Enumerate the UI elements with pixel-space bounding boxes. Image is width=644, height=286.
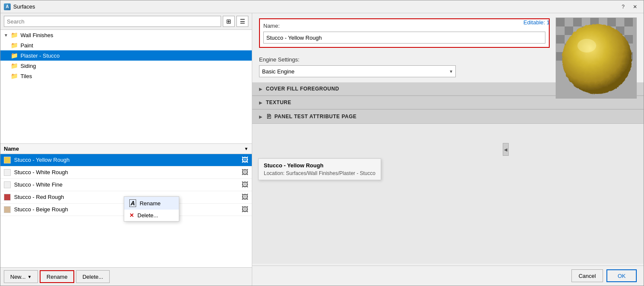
thumbnail-view-icon: ⊞ xyxy=(226,18,231,25)
delete-button[interactable]: Delete... xyxy=(76,270,109,283)
list-item-label-stucco-white-rough: Stucco - White Rough xyxy=(14,169,242,175)
surfaces-window: A Surfaces ? ✕ ⊞ ☰ ▼ xyxy=(0,0,644,286)
editable-badge: Editable: 1 xyxy=(524,19,550,26)
tree-item-plaster-stucco[interactable]: 📁 Plaster - Stucco xyxy=(0,50,252,61)
list-view-icon: ☰ xyxy=(240,18,245,25)
context-menu-delete[interactable]: ✕ Delete... xyxy=(124,210,179,221)
name-box: Name: xyxy=(259,18,550,48)
expand-arrow-wall-finishes: ▼ xyxy=(4,33,9,38)
panel-title-texture: TEXTURE xyxy=(266,99,291,105)
new-button-arrow: ▼ xyxy=(27,274,32,279)
left-panel: ⊞ ☰ ▼ 📁 Wall Finishes 📁 Paint 📁 xyxy=(0,13,252,286)
color-swatch-white-fine xyxy=(4,181,11,188)
list-item-stucco-white-rough[interactable]: Stucco - White Rough 🖼 xyxy=(0,166,252,179)
svg-rect-7 xyxy=(607,18,616,26)
list-sort-arrow: ▼ xyxy=(244,146,248,151)
list-view-button[interactable]: ☰ xyxy=(236,16,248,27)
tooltip-location-label: Location: xyxy=(264,170,285,176)
tooltip-location: Location: Surfaces/Wall Finishes/Plaster… xyxy=(264,170,376,176)
help-button[interactable]: ? xyxy=(618,3,628,11)
list-header: Name ▼ xyxy=(0,144,252,154)
list-item-stucco-white-fine[interactable]: Stucco - White Fine 🖼 xyxy=(0,179,252,191)
folder-icon-wall-finishes: 📁 xyxy=(11,32,18,38)
list-item-stucco-yellow-rough[interactable]: Stucco - Yellow Rough 🖼 xyxy=(0,154,252,166)
name-field-input[interactable] xyxy=(263,32,545,44)
tree-area: ▼ 📁 Wall Finishes 📁 Paint 📁 Plaster - St… xyxy=(0,30,252,144)
panel-collapse-arrow[interactable]: ◀ xyxy=(503,143,509,156)
name-field-label: Name: xyxy=(263,23,545,29)
preview-sphere-svg xyxy=(556,18,637,99)
window-title: Surfaces xyxy=(13,3,35,10)
folder-icon-plaster: 📁 xyxy=(11,52,18,59)
left-panel-footer: New... ▼ Rename Delete... xyxy=(0,267,252,286)
title-bar: A Surfaces ? ✕ xyxy=(0,0,644,13)
engine-select[interactable]: Basic Engine Advanced Engine xyxy=(259,65,456,77)
list-item-label-stucco-white-fine: Stucco - White Fine xyxy=(14,181,242,188)
rename-button[interactable]: Rename xyxy=(40,270,74,283)
context-menu-delete-label: Delete... xyxy=(137,212,158,219)
color-swatch-white-rough xyxy=(4,169,11,176)
search-input[interactable] xyxy=(4,16,221,27)
right-panel: Editable: 1 xyxy=(252,13,644,286)
title-bar-left: A Surfaces xyxy=(4,3,35,10)
context-menu-rename-label: Rename xyxy=(140,200,160,207)
context-menu: A Rename ✕ Delete... xyxy=(124,196,179,222)
surface-icon-beige: 🖼 xyxy=(242,206,248,213)
surface-icon-red: 🖼 xyxy=(242,193,248,201)
thumbnail-view-button[interactable]: ⊞ xyxy=(223,16,235,27)
tooltip-location-value: Surfaces/Wall Finishes/Plaster - Stucco xyxy=(286,170,376,176)
tree-item-wall-finishes[interactable]: ▼ 📁 Wall Finishes xyxy=(0,30,252,40)
list-item-label-stucco-yellow-rough: Stucco - Yellow Rough xyxy=(14,157,242,163)
sphere-body xyxy=(562,23,632,93)
folder-icon-paint: 📁 xyxy=(11,42,18,49)
tooltip-popup: Stucco - Yellow Rough Location: Surfaces… xyxy=(258,158,381,180)
preview-image xyxy=(556,18,637,99)
engine-settings-label: Engine Settings: xyxy=(259,56,550,63)
color-swatch-beige xyxy=(4,206,11,213)
color-swatch-red xyxy=(4,194,11,201)
dialog-footer: Cancel OK xyxy=(252,266,644,286)
tree-item-siding[interactable]: 📁 Siding xyxy=(0,61,252,71)
editable-label: Editable: xyxy=(524,19,545,26)
sphere-highlight xyxy=(577,39,596,53)
folder-icon-tiles: 📁 xyxy=(11,73,18,79)
main-content: ⊞ ☰ ▼ 📁 Wall Finishes 📁 Paint 📁 xyxy=(0,13,644,286)
engine-select-wrapper: Basic Engine Advanced Engine xyxy=(259,65,456,77)
svg-rect-3 xyxy=(573,18,582,26)
surface-icon-white-fine: 🖼 xyxy=(242,181,248,189)
tree-label-wall-finishes: Wall Finishes xyxy=(20,32,53,38)
tree-label-plaster: Plaster - Stucco xyxy=(20,53,60,59)
app-icon: A xyxy=(4,3,11,10)
new-button-label: New... xyxy=(10,274,26,280)
panel-title-cover-fill: COVER FILL FOREGROUND xyxy=(266,86,339,92)
tree-item-tiles[interactable]: 📁 Tiles xyxy=(0,71,252,81)
panel-arrow-test: ▶ xyxy=(259,114,262,119)
search-bar: ⊞ ☰ xyxy=(0,13,252,30)
new-button[interactable]: New... ▼ xyxy=(4,270,38,283)
tree-item-paint[interactable]: 📁 Paint xyxy=(0,40,252,50)
panel-icon-test: 🖹 xyxy=(266,113,272,120)
tree-label-siding: Siding xyxy=(20,63,36,69)
editable-value: 1 xyxy=(547,19,550,26)
ok-button[interactable]: OK xyxy=(606,269,637,282)
tooltip-title: Stucco - Yellow Rough xyxy=(264,162,376,169)
close-button[interactable]: ✕ xyxy=(630,3,640,11)
svg-rect-9 xyxy=(624,18,633,26)
tree-label-paint: Paint xyxy=(20,42,33,49)
delete-context-icon: ✕ xyxy=(129,212,134,219)
panel-arrow-texture: ▶ xyxy=(259,100,262,105)
svg-rect-10 xyxy=(556,35,565,44)
context-menu-rename[interactable]: A Rename xyxy=(124,197,179,210)
list-header-name-label: Name xyxy=(4,146,244,152)
panel-test-attribute[interactable]: ▶ 🖹 PANEL TEST ATTRIBUTE PAGE xyxy=(252,110,644,124)
cancel-button[interactable]: Cancel xyxy=(571,269,603,282)
surface-icon-white-rough: 🖼 xyxy=(242,169,248,176)
rename-context-icon: A xyxy=(129,199,136,207)
title-bar-controls: ? ✕ xyxy=(618,3,640,11)
svg-rect-2 xyxy=(565,26,573,35)
svg-rect-1 xyxy=(556,18,565,26)
panel-arrow-cover-fill: ▶ xyxy=(259,87,262,91)
panel-title-test: PANEL TEST ATTRIBUTE PAGE xyxy=(274,114,357,120)
folder-icon-siding: 📁 xyxy=(11,62,18,69)
surface-icon-yellow: 🖼 xyxy=(242,156,248,164)
